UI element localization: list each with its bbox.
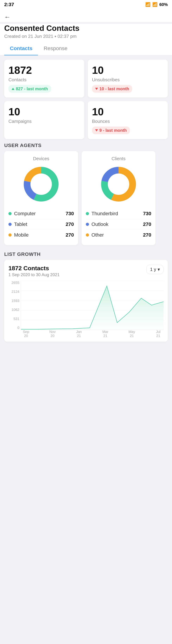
dot-other: [86, 234, 89, 236]
triangle-down-icon-bounce: [95, 129, 98, 132]
growth-header: 1872 Contacts 1 Sep 2020 to 30 Aug 2021 …: [9, 265, 163, 277]
dot-separator: [55, 36, 56, 37]
value-tablet: 270: [66, 222, 74, 227]
triangle-down-icon-unsub: [95, 88, 98, 90]
legend-mobile: Mobile 270: [9, 230, 74, 240]
value-other: 270: [143, 232, 151, 238]
x-label-jul: Jul21: [153, 330, 163, 337]
legend-other: Other 270: [86, 230, 151, 240]
subtitle-time: 02:37 pm: [57, 34, 76, 39]
y-label-0: 0: [9, 326, 21, 330]
status-bar: 2:37 📶 📶 60%: [0, 0, 172, 9]
x-label-may: May21: [127, 330, 137, 337]
value-outlook: 270: [143, 222, 151, 227]
clients-chart-title: Clients: [86, 156, 151, 162]
value-mobile: 270: [66, 232, 74, 238]
battery-level: 60%: [159, 2, 168, 7]
stat-label-unsubscribes: Unsubscribes: [92, 77, 163, 82]
growth-contacts: 1872 Contacts: [9, 265, 60, 272]
label-mobile: Mobile: [14, 232, 29, 238]
legend-computer: Computer 730: [9, 208, 74, 219]
label-thunderbird: Thunderbird: [92, 211, 118, 216]
x-label-sep: Sep20: [21, 330, 31, 337]
clients-chart-card: Clients Thunderbird 730 Ou: [81, 151, 155, 245]
label-outlook: Outlook: [92, 222, 109, 227]
svg-marker-13: [21, 286, 163, 330]
label-computer: Computer: [14, 211, 36, 216]
y-label-1062: 1062: [9, 308, 21, 312]
stat-card-contacts: 1872 Contacts 827 - last month: [4, 60, 84, 98]
growth-chart-area: 0 531 1062 1593 2124 2655: [9, 281, 163, 337]
stat-number-unsubscribes: 10: [92, 64, 163, 76]
page-title: Consented Contacts: [0, 24, 172, 32]
status-time: 2:37: [4, 2, 14, 7]
stat-number-bounces: 10: [92, 106, 163, 118]
tabs-container: Contacts Response: [0, 42, 172, 56]
triangle-up-icon: [12, 88, 15, 90]
badge-unsubscribes-text: 10 - last month: [99, 86, 129, 91]
badge-unsubscribes: 10 - last month: [92, 85, 132, 93]
stat-label-contacts: Contacts: [9, 77, 80, 82]
legend-outlook: Outlook 270: [86, 219, 151, 230]
stats-grid: 1872 Contacts 827 - last month 10 Unsubs…: [4, 60, 168, 139]
donut-container-clients: [86, 165, 151, 204]
badge-bounces-text: 9 - last month: [99, 128, 127, 133]
y-label-531: 531: [9, 317, 21, 321]
x-axis: Sep20 Nov20 Jan21 Mar21 May21: [21, 330, 163, 337]
main-content: 1872 Contacts 827 - last month 10 Unsubs…: [0, 56, 172, 346]
donut-chart-devices: [22, 165, 60, 204]
growth-info: 1872 Contacts 1 Sep 2020 to 30 Aug 2021: [9, 265, 60, 277]
stat-card-campaigns: 10 Campaigns: [4, 101, 84, 139]
x-label-mar: Mar21: [100, 330, 111, 337]
subtitle-created: Created on 21 Jun 2021: [4, 34, 53, 39]
y-axis: 0 531 1062 1593 2124 2655: [9, 281, 21, 330]
x-label-jan: Jan21: [74, 330, 84, 337]
dot-thunderbird: [86, 212, 89, 215]
user-agents-scroll[interactable]: Devices Computer 730: [4, 151, 168, 246]
tab-response[interactable]: Response: [38, 42, 73, 56]
chart-body: [21, 281, 163, 330]
status-right: 📶 📶 60%: [145, 2, 168, 7]
signal-icon: 📶: [152, 2, 157, 7]
badge-contacts: 827 - last month: [9, 85, 51, 93]
donut-container-devices: [9, 165, 74, 204]
top-nav: ←: [0, 9, 172, 22]
stat-label-bounces: Bounces: [92, 119, 163, 124]
label-other: Other: [92, 232, 104, 238]
dot-mobile: [9, 234, 12, 236]
devices-chart-card: Devices Computer 730: [4, 151, 78, 245]
svg-point-3: [31, 174, 52, 195]
list-growth-section: LIST GROWTH 1872 Contacts 1 Sep 2020 to …: [4, 252, 168, 342]
legend-thunderbird: Thunderbird 730: [86, 208, 151, 219]
dot-tablet: [9, 223, 12, 226]
page-subtitle: Created on 21 Jun 2021 02:37 pm: [0, 32, 172, 42]
growth-date: 1 Sep 2020 to 30 Aug 2021: [9, 272, 60, 277]
devices-chart-title: Devices: [9, 156, 74, 162]
growth-card: 1872 Contacts 1 Sep 2020 to 30 Aug 2021 …: [4, 260, 168, 342]
y-label-2124: 2124: [9, 290, 21, 294]
donut-chart-clients: [99, 165, 138, 204]
y-label-2655: 2655: [9, 281, 21, 285]
growth-period-value: 1 y: [150, 267, 156, 272]
badge-bounces: 9 - last month: [92, 126, 130, 134]
y-label-1593: 1593: [9, 299, 21, 303]
x-label-nov: Nov20: [47, 330, 58, 337]
wifi-icon: 📶: [145, 2, 150, 7]
dot-computer: [9, 212, 12, 215]
back-button[interactable]: ←: [4, 12, 11, 22]
dot-outlook: [86, 223, 89, 226]
growth-period-selector[interactable]: 1 y ▾: [146, 265, 163, 274]
growth-svg: [21, 281, 163, 330]
stat-card-unsubscribes: 10 Unsubscribes 10 - last month: [88, 60, 168, 98]
tab-contacts[interactable]: Contacts: [4, 42, 38, 56]
value-computer: 730: [66, 211, 74, 216]
stat-number-campaigns: 10: [9, 106, 80, 118]
user-agents-title: USER AGENTS: [4, 143, 168, 148]
badge-contacts-text: 827 - last month: [16, 86, 48, 91]
legend-tablet: Tablet 270: [9, 219, 74, 230]
stat-label-campaigns: Campaigns: [9, 119, 80, 124]
list-growth-title: LIST GROWTH: [4, 252, 168, 257]
chevron-down-icon: ▾: [157, 267, 160, 272]
stat-card-bounces: 10 Bounces 9 - last month: [88, 101, 168, 139]
stat-number-contacts: 1872: [9, 64, 80, 76]
